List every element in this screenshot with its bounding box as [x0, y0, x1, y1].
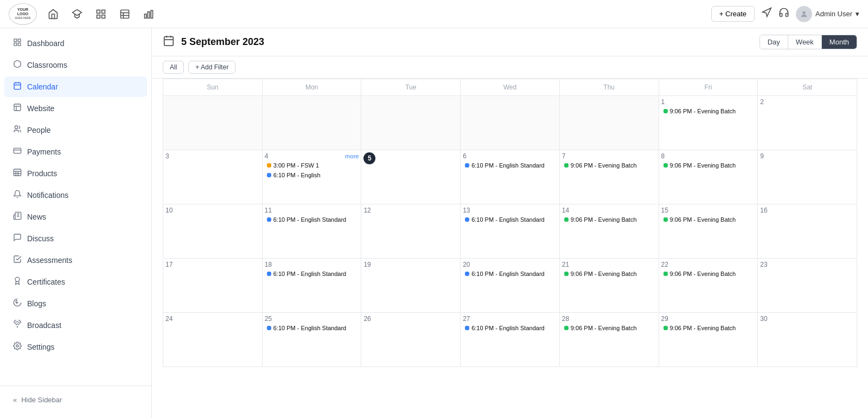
calendar-cell[interactable]: [361, 96, 461, 150]
grid-icon[interactable]: [95, 9, 106, 20]
sidebar-item-classrooms[interactable]: Classrooms: [4, 55, 147, 75]
svg-rect-5: [121, 10, 129, 18]
table-icon[interactable]: [119, 9, 130, 20]
home-icon[interactable]: [48, 9, 59, 20]
view-week-button[interactable]: Week: [788, 35, 822, 49]
svg-rect-21: [14, 104, 21, 111]
megaphone-icon[interactable]: [761, 7, 772, 21]
event-label: 9:06 PM - Evening Batch: [670, 271, 736, 277]
sidebar-item-payments[interactable]: Payments: [4, 142, 147, 162]
news-icon: [13, 211, 22, 222]
calendar-cell[interactable]: 23: [758, 259, 857, 313]
event-pill[interactable]: 3:00 PM - FSW 1: [265, 161, 359, 170]
date-number: 17: [165, 261, 173, 268]
more-events-link[interactable]: more: [345, 153, 359, 159]
calendar-cell[interactable]: [163, 96, 263, 150]
calendar-cell[interactable]: 16: [758, 204, 857, 259]
event-pill[interactable]: 9:06 PM - Evening Batch: [661, 324, 756, 332]
graduation-cap-icon[interactable]: [72, 9, 82, 20]
event-pill[interactable]: 9:06 PM - Evening Batch: [562, 161, 656, 170]
calendar-cell[interactable]: 26: [361, 313, 461, 367]
calendar-cell[interactable]: [461, 96, 560, 150]
cell-date: 10: [165, 207, 260, 214]
user-menu[interactable]: Admin User ▾: [796, 6, 859, 22]
sidebar-item-broadcast[interactable]: Broadcast: [4, 315, 147, 336]
event-pill[interactable]: 6:10 PM - English Standard: [463, 215, 557, 224]
sidebar-item-blogs[interactable]: Blogs: [4, 293, 147, 314]
calendar-cell[interactable]: 5: [361, 150, 461, 204]
calendar-cell[interactable]: 30: [758, 313, 857, 367]
sidebar-item-people[interactable]: People: [4, 120, 147, 140]
event-label: 9:06 PM - Evening Batch: [670, 162, 736, 169]
event-pill[interactable]: 9:06 PM - Evening Batch: [661, 107, 756, 115]
calendar-cell[interactable]: [560, 96, 659, 150]
calendar-cell[interactable]: 276:10 PM - English Standard: [461, 313, 560, 367]
event-pill[interactable]: 6:10 PM - English Standard: [265, 324, 359, 332]
calendar-cell[interactable]: 159:06 PM - Evening Batch: [659, 204, 758, 259]
sidebar-item-assessments[interactable]: Assessments: [4, 250, 147, 271]
event-pill[interactable]: 6:10 PM - English Standard: [463, 161, 557, 170]
sidebar-item-certificates[interactable]: Certificates: [4, 272, 147, 292]
calendar-cell[interactable]: 136:10 PM - English Standard: [461, 204, 560, 259]
cell-date: 30: [760, 315, 854, 323]
calendar-cell[interactable]: 186:10 PM - English Standard: [263, 259, 362, 313]
event-dot: [663, 326, 668, 330]
view-day-button[interactable]: Day: [760, 35, 788, 49]
view-month-button[interactable]: Month: [822, 35, 857, 49]
event-pill[interactable]: 9:06 PM - Evening Batch: [661, 269, 756, 278]
sidebar-item-dashboard[interactable]: Dashboard: [4, 33, 147, 54]
calendar-cell[interactable]: 299:06 PM - Evening Batch: [659, 313, 758, 367]
calendar-cell[interactable]: 149:06 PM - Evening Batch: [560, 204, 659, 259]
calendar-cell[interactable]: 229:06 PM - Evening Batch: [659, 259, 758, 313]
discuss-icon: [13, 233, 22, 244]
headphone-icon[interactable]: [778, 7, 789, 21]
calendar-cell[interactable]: 2: [758, 96, 857, 150]
calendar-cell[interactable]: 17: [163, 259, 263, 313]
event-pill[interactable]: 9:06 PM - Evening Batch: [661, 215, 756, 224]
calendar-cell[interactable]: 66:10 PM - English Standard: [461, 150, 560, 204]
calendar-cell[interactable]: 4more3:00 PM - FSW 16:10 PM - English: [263, 150, 362, 204]
calendar-cell[interactable]: 12: [361, 204, 461, 259]
sidebar-item-settings[interactable]: Settings: [4, 337, 147, 357]
sidebar-item-calendar[interactable]: Calendar: [4, 76, 147, 97]
bar-chart-icon[interactable]: [143, 9, 154, 20]
event-pill[interactable]: 9:06 PM - Evening Batch: [562, 215, 656, 224]
event-pill[interactable]: 6:10 PM - English Standard: [265, 269, 359, 278]
sidebar-item-products[interactable]: Products: [4, 163, 147, 184]
calendar-grid-icon[interactable]: [163, 35, 175, 49]
calendar-cell[interactable]: 116:10 PM - English Standard: [263, 204, 362, 259]
create-button[interactable]: + Create: [711, 6, 755, 22]
sidebar-item-website[interactable]: Website: [4, 98, 147, 119]
calendar-cell[interactable]: 24: [163, 313, 263, 367]
calendar-cell[interactable]: 256:10 PM - English Standard: [263, 313, 362, 367]
logo[interactable]: YOURLOGOGOES HERE: [9, 3, 37, 25]
event-pill[interactable]: 6:10 PM - English Standard: [463, 269, 557, 278]
date-number: 4: [265, 152, 269, 160]
event-pill[interactable]: 9:06 PM - Evening Batch: [661, 161, 756, 170]
sidebar-item-discuss[interactable]: Discuss: [4, 228, 147, 249]
event-pill[interactable]: 6:10 PM - English Standard: [265, 215, 359, 224]
hide-sidebar-button[interactable]: « Hide Sidebar: [4, 391, 147, 409]
topnav: YOURLOGOGOES HERE + Create Admi: [0, 0, 868, 28]
calendar-cell[interactable]: 19:06 PM - Evening Batch: [659, 96, 758, 150]
svg-rect-3: [102, 15, 105, 18]
calendar-cell[interactable]: 206:10 PM - English Standard: [461, 259, 560, 313]
calendar-cell[interactable]: 289:06 PM - Evening Batch: [560, 313, 659, 367]
calendar-cell[interactable]: [263, 96, 362, 150]
calendar-cell[interactable]: 10: [163, 204, 263, 259]
calendar-header: 5 September 2023 Day Week Month: [152, 28, 868, 56]
event-pill[interactable]: 9:06 PM - Evening Batch: [562, 269, 656, 278]
calendar-cell[interactable]: 19: [361, 259, 461, 313]
calendar-cell[interactable]: 79:06 PM - Evening Batch: [560, 150, 659, 204]
sidebar-item-notifications[interactable]: Notifications: [4, 185, 147, 205]
event-pill[interactable]: 9:06 PM - Evening Batch: [562, 324, 656, 332]
sidebar-item-news[interactable]: News: [4, 207, 147, 227]
event-pill[interactable]: 6:10 PM - English Standard: [463, 324, 557, 332]
calendar-cell[interactable]: 89:06 PM - Evening Batch: [659, 150, 758, 204]
filter-all-button[interactable]: All: [163, 61, 184, 74]
add-filter-button[interactable]: + Add Filter: [188, 61, 235, 74]
calendar-cell[interactable]: 9: [758, 150, 857, 204]
event-pill[interactable]: 6:10 PM - English: [265, 171, 359, 179]
calendar-cell[interactable]: 3: [163, 150, 263, 204]
calendar-cell[interactable]: 219:06 PM - Evening Batch: [560, 259, 659, 313]
